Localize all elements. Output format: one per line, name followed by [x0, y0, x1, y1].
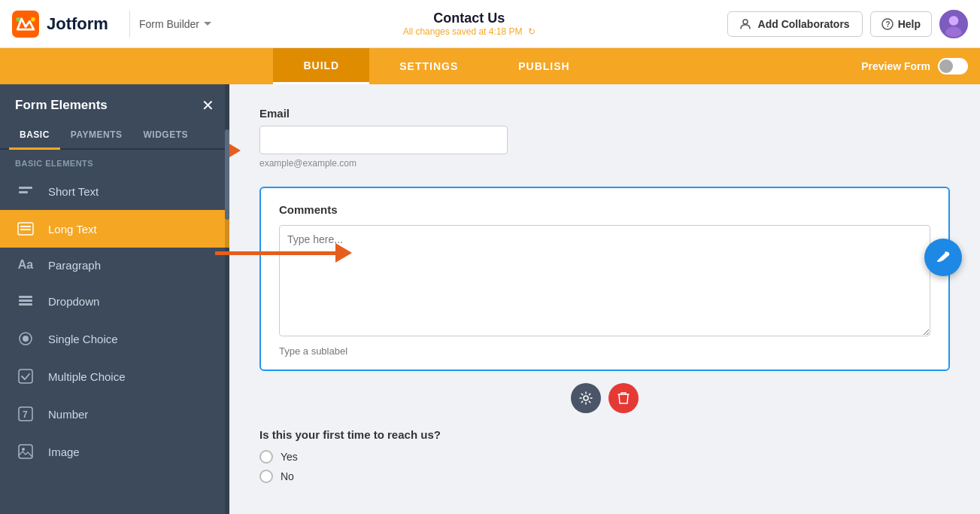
svg-rect-17: [19, 303, 32, 306]
form-title: Contact Us: [433, 11, 505, 26]
tab-build[interactable]: BUILD: [273, 48, 369, 84]
svg-rect-3: [31, 17, 35, 21]
refresh-icon: ↻: [528, 26, 536, 37]
form-builder-label: Form Builder: [139, 18, 199, 30]
header-center: Contact Us All changes saved at 4:18 PM …: [211, 11, 727, 37]
single-choice-icon: [15, 330, 36, 347]
svg-rect-15: [19, 296, 32, 298]
svg-text:?: ?: [885, 20, 890, 29]
sidebar-tabs: BASIC PAYMENTS WIDGETS: [0, 122, 229, 150]
header: Jotform Form Builder Contact Us All chan…: [0, 0, 980, 48]
sidebar-item-dropdown[interactable]: Dropdown: [0, 282, 229, 320]
main-content: Form Elements ✕ BASIC PAYMENTS WIDGETS B…: [0, 84, 980, 514]
sidebar-item-single-choice[interactable]: Single Choice: [0, 320, 229, 357]
svg-rect-10: [19, 187, 32, 189]
form-builder-dropdown[interactable]: Form Builder: [139, 18, 211, 30]
svg-rect-20: [19, 370, 32, 383]
svg-rect-2: [16, 17, 20, 21]
sidebar-item-label-paragraph: Paragraph: [48, 259, 101, 272]
saved-status: All changes saved at 4:18 PM ↻: [403, 26, 536, 37]
sidebar-title: Form Elements: [15, 98, 108, 113]
tab-settings[interactable]: SETTINGS: [369, 48, 488, 84]
help-label: Help: [898, 18, 921, 30]
radio-circle-no[interactable]: [259, 470, 273, 483]
pencil-fab-button[interactable]: [924, 239, 962, 276]
long-text-icon: [15, 221, 36, 237]
email-hint: example@example.com: [259, 158, 950, 169]
settings-button[interactable]: [571, 383, 601, 413]
svg-rect-16: [19, 300, 32, 302]
preview-toggle[interactable]: [938, 58, 968, 75]
sidebar-item-label-multiple-choice: Multiple Choice: [48, 370, 126, 383]
comments-card: Comments: [259, 187, 950, 371]
add-collaborators-button[interactable]: Add Collaborators: [727, 11, 863, 37]
logo-text: Jotform: [47, 14, 108, 34]
sidebar-section-label: BASIC ELEMENTS: [0, 150, 229, 172]
preview-form-area: Preview Form: [861, 58, 968, 75]
header-right: Add Collaborators ? Help: [727, 10, 968, 38]
avatar[interactable]: [939, 10, 968, 38]
sidebar-item-paragraph[interactable]: Aa Paragraph: [0, 248, 229, 282]
person-icon: [740, 18, 752, 30]
preview-form-label: Preview Form: [861, 60, 930, 72]
sidebar-tab-basic[interactable]: BASIC: [9, 122, 60, 150]
radio-question-group: Is this your first time to reach us? Yes…: [259, 428, 950, 483]
email-label: Email: [259, 107, 950, 120]
question-label: Is this your first time to reach us?: [259, 428, 950, 441]
sidebar-item-short-text[interactable]: Short Text: [0, 172, 229, 210]
svg-point-19: [23, 336, 29, 342]
sublabel-input[interactable]: [279, 345, 930, 357]
comments-label: Comments: [279, 203, 930, 216]
close-sidebar-button[interactable]: ✕: [202, 98, 214, 113]
tab-publish[interactable]: PUBLISH: [488, 48, 599, 84]
sidebar-item-label-dropdown: Dropdown: [48, 295, 99, 308]
email-input[interactable]: [259, 126, 508, 154]
sidebar-item-label-single-choice: Single Choice: [48, 333, 118, 345]
email-field-group: Email example@example.com: [259, 107, 950, 169]
logo-area: Jotform: [12, 11, 108, 38]
action-buttons: [259, 383, 950, 413]
svg-point-4: [743, 20, 748, 24]
radio-option-no: No: [259, 470, 950, 483]
chevron-down-icon: [204, 22, 211, 26]
radio-label-yes: Yes: [281, 451, 298, 463]
sidebar-item-image[interactable]: Image: [0, 433, 229, 470]
sidebar-tab-widgets[interactable]: WIDGETS: [133, 122, 199, 148]
nav-bar: BUILD SETTINGS PUBLISH Preview Form: [0, 48, 980, 84]
image-icon: [15, 443, 36, 460]
sidebar: Form Elements ✕ BASIC PAYMENTS WIDGETS B…: [0, 84, 229, 514]
svg-point-8: [949, 16, 959, 26]
multiple-choice-icon: [15, 368, 36, 385]
short-text-icon: [15, 183, 36, 199]
svg-rect-0: [12, 11, 39, 38]
trash-icon: [617, 391, 630, 405]
sidebar-item-multiple-choice[interactable]: Multiple Choice: [0, 357, 229, 395]
svg-rect-11: [19, 191, 28, 193]
number-icon: 7: [15, 406, 36, 422]
paragraph-icon: Aa: [15, 258, 36, 272]
form-canvas: Email example@example.com Comments: [229, 84, 980, 514]
delete-button[interactable]: [608, 383, 639, 413]
add-collab-label: Add Collaborators: [758, 18, 850, 30]
radio-option-yes: Yes: [259, 450, 950, 464]
jotform-logo-icon: [12, 11, 39, 38]
sidebar-item-label-short-text: Short Text: [48, 185, 99, 198]
comments-textarea[interactable]: [279, 225, 930, 336]
sidebar-item-label-number: Number: [48, 408, 88, 421]
dropdown-icon: [15, 293, 36, 309]
header-divider: [129, 11, 130, 38]
sidebar-item-long-text[interactable]: Long Text: [0, 210, 229, 248]
sidebar-tab-payments[interactable]: PAYMENTS: [60, 122, 133, 148]
radio-circle-yes[interactable]: [259, 450, 273, 464]
sidebar-item-label-long-text: Long Text: [48, 223, 97, 236]
help-button[interactable]: ? Help: [870, 11, 932, 37]
sidebar-item-number[interactable]: 7 Number: [0, 395, 229, 433]
sidebar-header: Form Elements ✕: [0, 84, 229, 122]
svg-text:7: 7: [23, 409, 28, 420]
toggle-knob: [939, 59, 953, 73]
svg-rect-23: [19, 445, 32, 458]
svg-point-24: [22, 448, 25, 451]
svg-point-25: [584, 396, 588, 400]
svg-point-9: [945, 26, 961, 38]
pencil-icon: [934, 248, 952, 266]
